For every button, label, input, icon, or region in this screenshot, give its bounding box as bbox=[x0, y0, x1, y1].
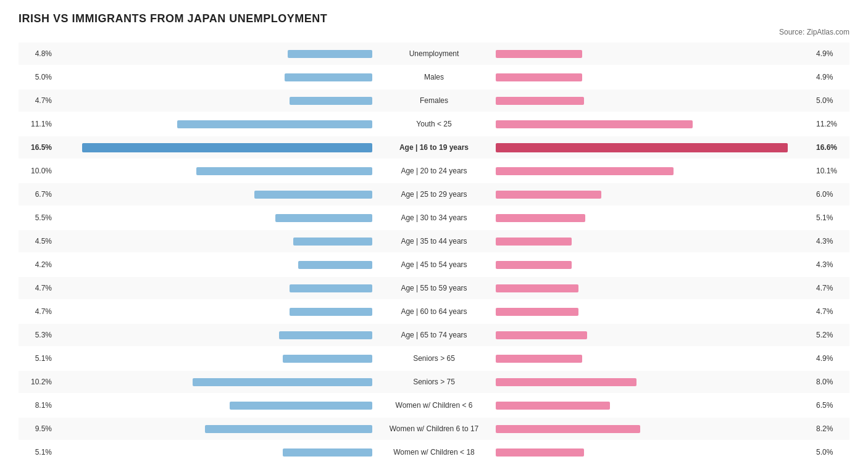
chart-row: 4.7%Age | 60 to 64 years4.7% bbox=[19, 300, 849, 323]
bars-area: Females bbox=[56, 89, 812, 112]
chart-container: 4.8%Unemployment4.9%5.0%Males4.9%4.7%Fem… bbox=[19, 43, 849, 467]
left-bar-wrap bbox=[56, 120, 372, 128]
bar-left-value: 5.0% bbox=[19, 73, 56, 81]
bar-right-value: 8.2% bbox=[812, 424, 849, 433]
bars-area: Age | 60 to 64 years bbox=[56, 300, 812, 323]
right-bar-wrap bbox=[496, 448, 812, 457]
bar-left-value: 5.1% bbox=[19, 354, 56, 363]
bar-right-value: 4.3% bbox=[812, 237, 849, 246]
bars-area: Age | 25 to 29 years bbox=[56, 183, 812, 205]
bars-area: Seniors > 75 bbox=[56, 371, 812, 393]
bars-area: Unemployment bbox=[56, 43, 812, 65]
bar-pink bbox=[496, 284, 578, 292]
chart-row: 9.5%Women w/ Children 6 to 178.2% bbox=[19, 418, 849, 440]
bar-left-value: 8.1% bbox=[19, 401, 56, 410]
left-bar-wrap bbox=[56, 284, 372, 292]
bar-right-value: 4.9% bbox=[812, 354, 849, 363]
bar-right-value: 11.2% bbox=[812, 120, 849, 128]
bar-right-value: 4.7% bbox=[812, 284, 849, 292]
bar-right-value: 4.3% bbox=[812, 260, 849, 269]
bar-center-label: Women w/ Children < 6 bbox=[372, 401, 496, 410]
bar-right-value: 6.5% bbox=[812, 401, 849, 410]
bar-center-label: Age | 55 to 59 years bbox=[372, 284, 496, 292]
bar-left-value: 9.5% bbox=[19, 424, 56, 433]
left-bar-wrap bbox=[56, 50, 372, 58]
chart-row: 5.1%Seniors > 654.9% bbox=[19, 347, 849, 370]
chart-row: 10.0%Age | 20 to 24 years10.1% bbox=[19, 160, 849, 182]
right-bar-wrap bbox=[496, 355, 812, 363]
bar-right-value: 5.0% bbox=[812, 96, 849, 105]
right-bar-wrap bbox=[496, 284, 812, 292]
chart-row: 5.1%Women w/ Children < 185.0% bbox=[19, 441, 849, 463]
bar-center-label: Age | 16 to 19 years bbox=[372, 143, 496, 152]
bar-left-value: 6.7% bbox=[19, 190, 56, 199]
chart-row: 8.1%Women w/ Children < 66.5% bbox=[19, 394, 849, 416]
right-bar-wrap bbox=[496, 167, 812, 175]
chart-row: 4.5%Age | 35 to 44 years4.3% bbox=[19, 230, 849, 252]
bar-center-label: Youth < 25 bbox=[372, 120, 496, 128]
bars-area: Women w/ Children < 6 bbox=[56, 394, 812, 416]
bar-center-label: Seniors > 75 bbox=[372, 378, 496, 386]
right-bar-wrap bbox=[496, 402, 812, 410]
bar-center-label: Age | 45 to 54 years bbox=[372, 260, 496, 269]
chart-row: 16.5%Age | 16 to 19 years16.6% bbox=[19, 136, 849, 159]
bar-pink bbox=[496, 402, 610, 410]
right-bar-wrap bbox=[496, 214, 812, 222]
bar-right-value: 10.1% bbox=[812, 167, 849, 175]
bar-blue bbox=[298, 261, 372, 269]
bars-area: Age | 45 to 54 years bbox=[56, 254, 812, 276]
left-bar-wrap bbox=[56, 191, 372, 199]
right-bar-wrap bbox=[496, 50, 812, 58]
bar-right-value: 5.1% bbox=[812, 213, 849, 222]
right-bar-wrap bbox=[496, 120, 812, 128]
page-title: IRISH VS IMMIGRANTS FROM JAPAN UNEMPLOYM… bbox=[19, 12, 849, 25]
right-bar-wrap bbox=[496, 73, 812, 81]
right-bar-wrap bbox=[496, 97, 812, 105]
left-bar-wrap bbox=[56, 448, 372, 457]
bar-left-value: 5.1% bbox=[19, 448, 56, 457]
bars-area: Youth < 25 bbox=[56, 113, 812, 135]
chart-row: 11.1%Youth < 2511.2% bbox=[19, 113, 849, 135]
bar-blue bbox=[82, 143, 372, 152]
bar-pink bbox=[496, 308, 578, 316]
bar-left-value: 10.2% bbox=[19, 378, 56, 386]
bar-center-label: Age | 65 to 74 years bbox=[372, 331, 496, 339]
bar-center-label: Age | 25 to 29 years bbox=[372, 190, 496, 199]
bar-center-label: Seniors > 65 bbox=[372, 354, 496, 363]
bar-pink bbox=[496, 448, 584, 457]
bar-blue bbox=[196, 167, 372, 175]
bar-center-label: Age | 35 to 44 years bbox=[372, 237, 496, 246]
bars-area: Women w/ Children < 18 bbox=[56, 441, 812, 463]
bar-pink bbox=[496, 143, 788, 152]
bar-blue bbox=[193, 378, 372, 386]
bar-right-value: 8.0% bbox=[812, 378, 849, 386]
bar-blue bbox=[230, 402, 372, 410]
bar-left-value: 4.8% bbox=[19, 49, 56, 58]
bar-blue bbox=[177, 120, 372, 128]
bar-left-value: 16.5% bbox=[19, 143, 56, 152]
bar-blue bbox=[290, 284, 372, 292]
left-bar-wrap bbox=[56, 143, 372, 152]
right-bar-wrap bbox=[496, 143, 812, 152]
bar-left-value: 4.7% bbox=[19, 96, 56, 105]
bar-pink bbox=[496, 355, 582, 363]
bar-right-value: 6.0% bbox=[812, 190, 849, 199]
bar-center-label: Unemployment bbox=[372, 49, 496, 58]
bar-blue bbox=[283, 355, 372, 363]
right-bar-wrap bbox=[496, 191, 812, 199]
chart-row: 4.2%Age | 45 to 54 years4.3% bbox=[19, 254, 849, 276]
chart-row: 6.7%Age | 25 to 29 years6.0% bbox=[19, 183, 849, 205]
right-bar-wrap bbox=[496, 261, 812, 269]
bars-area: Age | 35 to 44 years bbox=[56, 230, 812, 252]
bars-area: Age | 55 to 59 years bbox=[56, 277, 812, 299]
right-bar-wrap bbox=[496, 425, 812, 433]
right-bar-wrap bbox=[496, 378, 812, 386]
left-bar-wrap bbox=[56, 97, 372, 105]
chart-row: 5.0%Males4.9% bbox=[19, 66, 849, 88]
bar-blue bbox=[254, 191, 372, 199]
bar-left-value: 5.3% bbox=[19, 331, 56, 339]
bar-pink bbox=[496, 73, 582, 81]
left-bar-wrap bbox=[56, 73, 372, 81]
left-bar-wrap bbox=[56, 261, 372, 269]
chart-row: 5.3%Age | 65 to 74 years5.2% bbox=[19, 324, 849, 346]
